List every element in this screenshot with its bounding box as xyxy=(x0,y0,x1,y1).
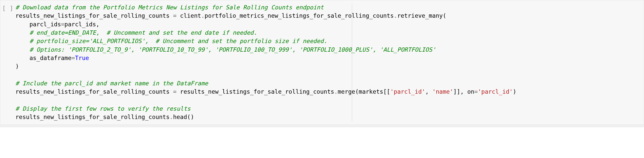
code-punctuation: ) xyxy=(513,88,516,95)
code-punctuation: ( xyxy=(443,12,446,19)
code-identifier: on xyxy=(467,88,474,95)
code-identifier: retrieve_many xyxy=(397,12,443,19)
code-string: 'parcl_id' xyxy=(390,88,425,95)
cell-bottom-bar xyxy=(0,125,644,127)
code-identifier: merge xyxy=(338,88,355,95)
code-editor[interactable]: # Download data from the Portfolio Metri… xyxy=(15,3,644,122)
code-identifier: head xyxy=(173,114,187,120)
code-identifier: as_dataframe xyxy=(29,55,71,61)
code-punctuation: ) xyxy=(15,63,19,70)
code-identifier: results_new_listings_for_sale_rolling_co… xyxy=(15,114,169,120)
code-identifier: results_new_listings_for_sale_rolling_co… xyxy=(15,12,173,19)
code-comment: # Options: 'PORTFOLIO_2_TO_9', 'PORTFOLI… xyxy=(29,46,436,53)
code-punctuation: , xyxy=(425,88,432,95)
code-operator: = xyxy=(173,88,177,95)
code-operator: . xyxy=(334,88,338,95)
code-content: # Download data from the Portfolio Metri… xyxy=(15,3,639,122)
code-operator: = xyxy=(61,21,65,28)
code-identifier: results_new_listings_for_sale_rolling_co… xyxy=(177,88,334,95)
code-identifier: parcl_ids xyxy=(29,21,61,28)
code-comment: # end_date=END_DATE, # Uncomment and set… xyxy=(29,29,257,36)
code-punctuation: , xyxy=(460,88,467,95)
code-constant: True xyxy=(75,55,89,61)
code-punctuation: ( xyxy=(355,88,359,95)
code-operator: . xyxy=(201,12,205,19)
code-identifier: parcl_ids xyxy=(65,21,96,28)
code-string: 'name' xyxy=(432,88,453,95)
code-operator: . xyxy=(394,12,397,19)
code-punctuation: () xyxy=(187,114,194,120)
code-comment: # Display the first few rows to verify t… xyxy=(15,105,190,112)
code-string: 'parcl_id' xyxy=(478,88,513,95)
code-operator: = xyxy=(173,12,177,19)
code-identifier: client xyxy=(177,12,201,19)
code-operator: . xyxy=(169,114,173,120)
code-punctuation: [[ xyxy=(383,88,390,95)
code-punctuation: , xyxy=(96,21,99,28)
code-identifier: portfolio_metrics_new_listings_for_sale_… xyxy=(205,12,394,19)
execution-count: [ ] xyxy=(2,5,14,12)
code-identifier: results_new_listings_for_sale_rolling_co… xyxy=(15,88,173,95)
code-comment: # Download data from the Portfolio Metri… xyxy=(15,4,324,11)
code-comment: # portfolio_size='ALL_PORTFOLIOS', # Unc… xyxy=(29,38,327,44)
cell-gutter[interactable]: [ ] xyxy=(0,3,15,122)
code-punctuation: ]] xyxy=(453,88,460,95)
code-identifier: markets xyxy=(359,88,383,95)
notebook-cell: [ ] # Download data from the Portfolio M… xyxy=(0,0,644,125)
code-operator: = xyxy=(72,55,75,61)
code-comment: # Include the parcl_id and market name i… xyxy=(15,80,208,87)
code-operator: = xyxy=(474,88,478,95)
